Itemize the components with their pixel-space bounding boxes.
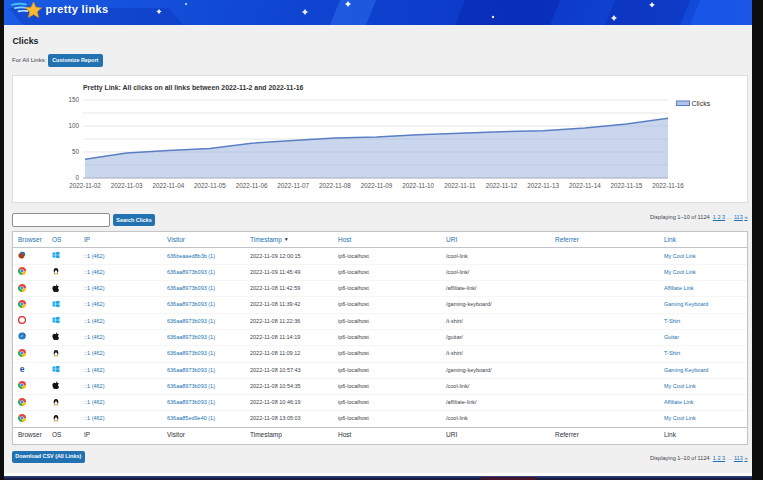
svg-text:150: 150 (68, 96, 79, 103)
svg-text:Pretty Link: All clicks on all: Pretty Link: All clicks on all links bet… (83, 84, 304, 92)
svg-text:2022-11-12: 2022-11-12 (485, 182, 517, 189)
svg-text:2022-11-06: 2022-11-06 (235, 182, 267, 189)
svg-text:2022-11-04: 2022-11-04 (152, 182, 184, 189)
svg-text:2022-11-10: 2022-11-10 (402, 182, 434, 189)
svg-text:2022-11-02: 2022-11-02 (69, 182, 101, 189)
svg-text:2022-11-03: 2022-11-03 (110, 182, 142, 189)
svg-text:2022-11-14: 2022-11-14 (568, 182, 600, 189)
svg-text:2022-11-13: 2022-11-13 (527, 182, 559, 189)
svg-text:Clicks: Clicks (691, 100, 710, 107)
svg-text:2022-11-11: 2022-11-11 (444, 182, 476, 189)
svg-text:0: 0 (75, 174, 79, 181)
svg-text:2022-11-05: 2022-11-05 (194, 182, 226, 189)
svg-text:2022-11-15: 2022-11-15 (610, 182, 642, 189)
svg-text:2022-11-09: 2022-11-09 (360, 182, 392, 189)
svg-text:e: e (20, 365, 25, 373)
svg-text:2022-11-07: 2022-11-07 (277, 182, 309, 189)
svg-text:50: 50 (71, 148, 79, 155)
svg-text:100: 100 (68, 122, 79, 129)
svg-text:2022-11-16: 2022-11-16 (652, 182, 684, 189)
svg-text:2022-11-08: 2022-11-08 (319, 182, 351, 189)
